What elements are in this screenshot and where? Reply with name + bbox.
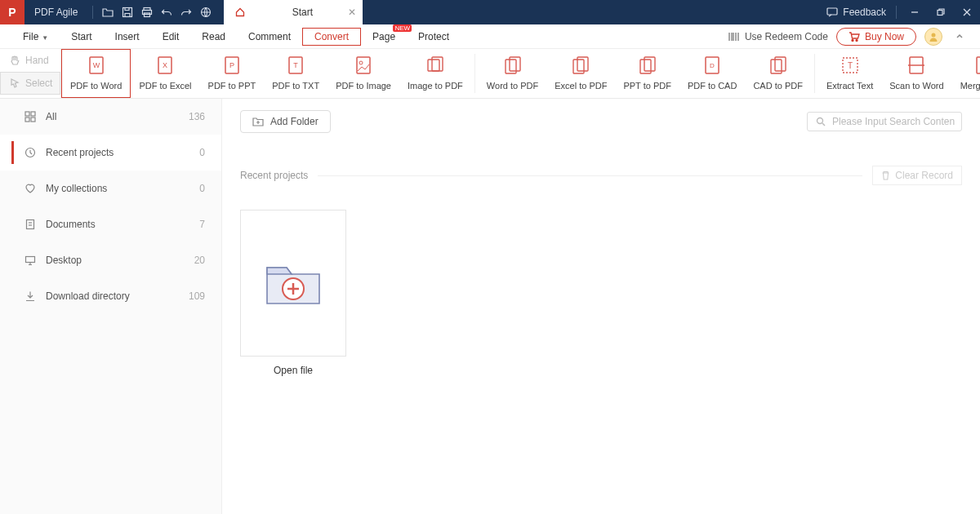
section-title: Recent projects xyxy=(240,170,308,181)
menu-insert[interactable]: Insert xyxy=(104,28,151,46)
image-to-pdf-icon xyxy=(425,55,446,76)
svg-text:D: D xyxy=(710,62,715,69)
tab-title: Start xyxy=(253,7,351,18)
pdf-to-excel-icon: X xyxy=(154,55,176,76)
tool-pdf-to-txt[interactable]: TPDF to TXT xyxy=(264,49,327,98)
menu-edit[interactable]: Edit xyxy=(151,28,191,46)
sidebar-item-icon xyxy=(24,255,36,266)
folder-add-icon xyxy=(261,255,326,312)
svg-line-59 xyxy=(822,123,825,126)
menu-comment[interactable]: Comment xyxy=(237,28,302,46)
clear-record-button[interactable]: Clear Record xyxy=(872,166,962,185)
buy-now-button[interactable]: Buy Now xyxy=(836,28,916,46)
tool-label: PDF to TXT xyxy=(272,81,319,91)
sidebar-item-documents[interactable]: Documents7 xyxy=(0,206,221,242)
expand-ribbon-button[interactable] xyxy=(951,33,969,41)
start-tab[interactable]: Start ✕ xyxy=(224,0,363,24)
svg-point-16 xyxy=(856,39,858,41)
divider-line xyxy=(318,175,862,176)
tool-mode-column: Hand Select xyxy=(0,49,61,98)
sidebar-item-my-collections[interactable]: My collections0 xyxy=(0,171,221,206)
close-window-button[interactable] xyxy=(954,0,980,24)
svg-rect-52 xyxy=(31,117,35,122)
app-name: PDF Agile xyxy=(24,7,87,18)
tool-label: PPT to PDF xyxy=(623,81,670,91)
select-tool-button[interactable]: Select xyxy=(0,72,60,95)
sidebar-item-label: Desktop xyxy=(46,255,82,266)
tool-pdf-to-excel[interactable]: XPDF to Excel xyxy=(131,49,199,98)
tool-pdf-to-image[interactable]: PDF to Image xyxy=(327,49,399,98)
tool-excel-to-pdf[interactable]: Excel to PDF xyxy=(546,49,615,98)
hand-icon xyxy=(9,55,20,66)
feedback-button[interactable]: Feedback xyxy=(822,7,891,18)
sidebar-item-count: 7 xyxy=(199,219,205,230)
tool-ppt-to-pdf[interactable]: PPT to PDF xyxy=(615,49,679,98)
menu-start[interactable]: Start xyxy=(60,28,103,46)
user-avatar[interactable] xyxy=(924,28,942,46)
menu-page[interactable]: PageNEW xyxy=(361,28,407,46)
search-icon xyxy=(816,117,826,126)
sidebar-item-all[interactable]: All136 xyxy=(0,99,221,135)
sidebar-item-icon xyxy=(24,111,36,122)
menu-convert[interactable]: Convert xyxy=(302,28,361,46)
tool-extract-text[interactable]: TExtract Text xyxy=(818,49,881,98)
svg-rect-0 xyxy=(123,8,132,17)
sidebar-item-recent-projects[interactable]: Recent projects0 xyxy=(0,135,221,171)
section-header: Recent projects Clear Record xyxy=(240,166,962,185)
redo-icon[interactable] xyxy=(176,2,196,22)
tool-pdf-to-cad[interactable]: DPDF to CAD xyxy=(679,49,746,98)
save-icon[interactable] xyxy=(118,2,137,22)
svg-text:T: T xyxy=(847,61,852,70)
tool-label: PDF to Word xyxy=(70,81,122,91)
sidebar-item-label: Recent projects xyxy=(46,147,114,158)
title-bar: P PDF Agile Start ✕ Feedback xyxy=(0,0,980,24)
tool-cad-to-pdf[interactable]: CAD to PDF xyxy=(745,49,811,98)
sidebar-item-icon xyxy=(24,183,36,194)
tool-pdf-to-ppt[interactable]: PPDF to PPT xyxy=(200,49,265,98)
svg-rect-50 xyxy=(31,112,35,116)
feedback-label: Feedback xyxy=(843,7,886,18)
open-file-icon[interactable] xyxy=(98,2,118,22)
tool-word-to-pdf[interactable]: Word to PDF xyxy=(479,49,546,98)
close-icon[interactable]: ✕ xyxy=(348,7,356,18)
svg-rect-49 xyxy=(25,112,29,116)
hand-tool-button[interactable]: Hand xyxy=(0,49,60,72)
barcode-icon xyxy=(728,32,740,42)
search-box[interactable] xyxy=(807,112,962,131)
search-input[interactable] xyxy=(832,116,955,127)
tool-scan-to-word[interactable]: Scan to Word xyxy=(881,49,951,98)
menu-bar: File▼ Start Insert Edit Read Comment Con… xyxy=(0,24,980,49)
tool-label: PDF to CAD xyxy=(688,81,737,91)
tool-label: Merge PDF xyxy=(960,81,980,91)
tool-pdf-to-word[interactable]: WPDF to Word xyxy=(61,49,131,98)
print-icon[interactable] xyxy=(137,2,157,22)
separator xyxy=(896,6,897,19)
tool-merge-pdf[interactable]: Merge PDF xyxy=(952,49,980,98)
svg-rect-28 xyxy=(428,60,439,71)
open-file-card[interactable] xyxy=(240,210,346,357)
svg-point-15 xyxy=(852,39,853,41)
maximize-button[interactable] xyxy=(928,0,954,24)
sidebar-item-label: Download directory xyxy=(46,290,130,302)
separator xyxy=(92,6,93,19)
minimize-button[interactable] xyxy=(902,0,928,24)
sidebar-item-desktop[interactable]: Desktop20 xyxy=(0,242,221,278)
open-file-tile[interactable]: Open file xyxy=(240,210,346,376)
tool-image-to-pdf[interactable]: Image to PDF xyxy=(399,49,471,98)
sidebar-item-download-directory[interactable]: Download directory109 xyxy=(0,278,221,314)
folder-plus-icon xyxy=(252,117,264,126)
add-folder-button[interactable]: Add Folder xyxy=(240,110,331,133)
undo-icon[interactable] xyxy=(157,2,176,22)
svg-rect-57 xyxy=(26,257,35,263)
redeem-code-button[interactable]: Use Redeem Code xyxy=(728,31,828,42)
menu-file[interactable]: File▼ xyxy=(11,28,60,46)
menu-read[interactable]: Read xyxy=(190,28,237,46)
merge-pdf-icon xyxy=(973,55,980,76)
tool-label: PDF to PPT xyxy=(208,81,256,91)
sidebar-item-count: 0 xyxy=(199,147,205,158)
globe-icon[interactable] xyxy=(196,2,216,22)
menu-protect[interactable]: Protect xyxy=(407,28,461,46)
pdf-to-ppt-icon: P xyxy=(221,55,243,76)
sidebar: All136Recent projects0My collections0Doc… xyxy=(0,99,222,514)
svg-rect-5 xyxy=(827,8,837,15)
